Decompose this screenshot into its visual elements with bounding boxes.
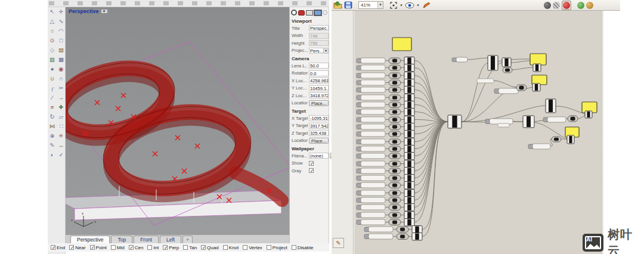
mirror-icon[interactable]: ⋈ bbox=[48, 122, 57, 131]
osnap-near[interactable]: Near bbox=[69, 245, 85, 250]
number-slider[interactable] bbox=[361, 102, 385, 107]
rhino-top-toolbar[interactable] bbox=[48, 0, 329, 7]
number-slider[interactable] bbox=[361, 139, 385, 144]
prop-value[interactable]: 3917.542 bbox=[309, 123, 329, 129]
preview-shaded-pressed[interactable] bbox=[562, 1, 571, 10]
polygon-icon[interactable]: ◇ bbox=[48, 45, 57, 55]
save-file-icon[interactable] bbox=[344, 1, 352, 9]
osnap-perp[interactable]: Perp bbox=[163, 245, 179, 250]
number-slider[interactable] bbox=[361, 190, 385, 196]
number-slider[interactable] bbox=[361, 161, 385, 166]
osnap-checkbox[interactable] bbox=[163, 245, 168, 250]
perspective-viewport[interactable]: Perspective▼ bbox=[66, 7, 289, 234]
osnap-checkbox[interactable] bbox=[111, 245, 116, 250]
circle-icon[interactable]: ○ bbox=[48, 26, 57, 36]
osnap-mid[interactable]: Mid bbox=[111, 245, 125, 250]
number-slider[interactable] bbox=[361, 175, 385, 181]
move-icon[interactable]: ✚ bbox=[57, 103, 66, 112]
number-slider[interactable] bbox=[477, 79, 494, 83]
dropdown-icon[interactable]: ▾ bbox=[323, 48, 328, 54]
osnap-knot[interactable]: Knot bbox=[223, 245, 239, 250]
viewport-tab-add[interactable]: + bbox=[182, 236, 193, 243]
number-slider[interactable] bbox=[361, 73, 385, 78]
arc-icon[interactable]: ◠ bbox=[57, 26, 66, 36]
viewport-menu-caret-icon[interactable]: ▼ bbox=[101, 9, 108, 14]
number-slider[interactable] bbox=[361, 212, 385, 218]
osnap-tan[interactable]: Tan bbox=[183, 245, 197, 250]
array-icon[interactable]: ∷ bbox=[57, 122, 66, 131]
red-spiral-ramp[interactable] bbox=[66, 51, 282, 205]
zoom-extents-icon[interactable] bbox=[389, 1, 398, 9]
ellipse-icon[interactable]: ⊙ bbox=[48, 36, 57, 45]
prop-checkbox[interactable] bbox=[309, 161, 314, 166]
boolean-intersect-icon[interactable]: ∩ bbox=[57, 74, 66, 83]
grasshopper-canvas[interactable] bbox=[354, 11, 601, 254]
extend-icon[interactable]: → bbox=[57, 93, 66, 103]
number-slider[interactable] bbox=[499, 88, 518, 94]
dimension-icon[interactable]: ↔ bbox=[57, 141, 66, 150]
gh-value[interactable] bbox=[498, 123, 509, 127]
viewport-tab-left[interactable]: Left bbox=[160, 236, 181, 243]
offset-icon[interactable]: ≡ bbox=[48, 103, 57, 112]
number-slider[interactable] bbox=[456, 57, 467, 62]
fillet-icon[interactable]: ╭ bbox=[48, 83, 57, 93]
viewport-title-label[interactable]: Perspective bbox=[69, 8, 99, 14]
gh-panel[interactable] bbox=[392, 38, 411, 51]
gh-panel[interactable] bbox=[530, 54, 546, 65]
osnap-point[interactable]: Point bbox=[90, 245, 107, 250]
osnap-checkbox[interactable] bbox=[90, 245, 95, 250]
preview-off-icon[interactable] bbox=[544, 2, 551, 9]
number-slider[interactable] bbox=[361, 80, 385, 85]
osnap-checkbox[interactable] bbox=[129, 245, 134, 250]
osnap-checkbox[interactable] bbox=[201, 245, 206, 250]
boolean-union-icon[interactable]: ∪ bbox=[48, 74, 57, 83]
preview-wireframe-icon[interactable] bbox=[553, 2, 560, 9]
join-icon[interactable]: ⊕ bbox=[48, 131, 57, 141]
prop-value[interactable]: 10459.1... bbox=[309, 85, 329, 91]
osnap-checkbox[interactable] bbox=[243, 245, 247, 250]
zoom-level-select[interactable]: 41% ▼ bbox=[358, 1, 383, 9]
preview-shaded-icon[interactable] bbox=[563, 2, 570, 9]
viewport-title[interactable]: Perspective▼ bbox=[69, 8, 108, 14]
sketch-pencil-icon[interactable] bbox=[422, 1, 431, 9]
prop-value[interactable]: 3418.972 bbox=[309, 92, 329, 98]
number-slider[interactable] bbox=[361, 153, 385, 159]
curve-icon[interactable]: ∿ bbox=[57, 17, 66, 26]
osnap-end[interactable]: End bbox=[51, 245, 65, 250]
number-slider[interactable] bbox=[369, 227, 393, 232]
osnap-cen[interactable]: Cen bbox=[129, 245, 144, 250]
rotate-icon[interactable]: ↻ bbox=[48, 112, 57, 122]
prop-value[interactable]: 0.0 bbox=[309, 70, 329, 76]
material-icon[interactable] bbox=[298, 10, 305, 16]
osnap-checkbox[interactable] bbox=[223, 245, 228, 250]
scale-icon[interactable]: ▱ bbox=[57, 112, 66, 122]
bake-gold-icon[interactable] bbox=[586, 2, 593, 9]
canvas-sketch-tool-icon[interactable]: ✎ bbox=[333, 238, 344, 248]
explode-icon[interactable]: ✳ bbox=[57, 131, 66, 141]
number-slider[interactable] bbox=[361, 182, 385, 188]
prop-value[interactable]: 325.438 bbox=[309, 130, 329, 136]
osnap-disable[interactable]: Disable bbox=[292, 245, 314, 250]
point-edit-icon[interactable]: ✎ bbox=[48, 141, 57, 150]
split-icon[interactable]: ∕ bbox=[48, 93, 57, 103]
number-slider[interactable] bbox=[361, 65, 385, 70]
number-slider[interactable] bbox=[547, 117, 566, 122]
osnap-quad[interactable]: Quad bbox=[201, 245, 219, 250]
visibility-icon[interactable]: ◐ bbox=[48, 150, 57, 160]
box-icon[interactable]: ▦ bbox=[57, 55, 66, 64]
osnap-checkbox[interactable] bbox=[292, 245, 296, 250]
sphere-icon[interactable]: ● bbox=[48, 64, 57, 74]
osnap-checkbox[interactable] bbox=[267, 245, 271, 250]
osnap-checkbox[interactable] bbox=[69, 245, 74, 250]
osnap-vertex[interactable]: Vertex bbox=[243, 245, 262, 250]
viewport-tab-front[interactable]: Front bbox=[134, 236, 159, 243]
polyline-icon[interactable]: △ bbox=[48, 17, 57, 26]
zoom-extents-caret-icon[interactable]: ▼ bbox=[400, 4, 403, 7]
display-icon[interactable] bbox=[306, 10, 313, 16]
preview-eye-icon[interactable] bbox=[405, 2, 414, 9]
check-icon[interactable]: ✓ bbox=[57, 150, 66, 160]
number-slider[interactable] bbox=[361, 117, 385, 122]
osnap-project[interactable]: Project bbox=[267, 245, 287, 250]
number-slider[interactable] bbox=[361, 146, 385, 151]
prop-value[interactable]: 4258.961 bbox=[309, 78, 329, 83]
